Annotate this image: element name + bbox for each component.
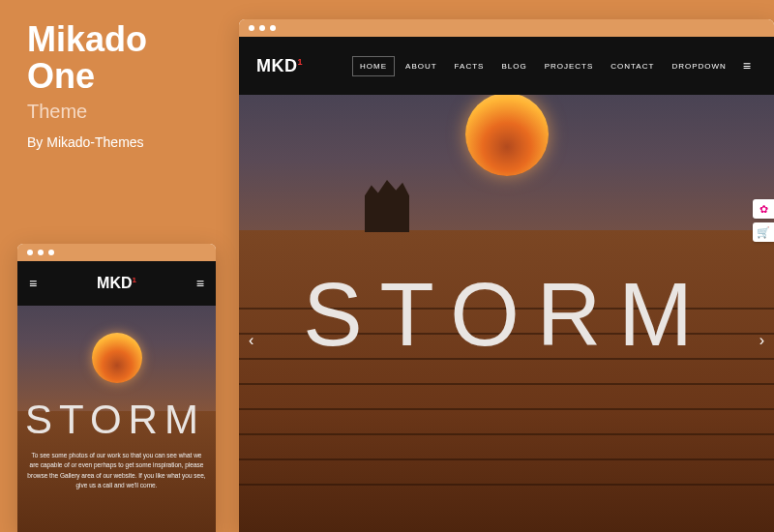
hamburger-icon[interactable]: ≡ bbox=[29, 276, 37, 291]
side-badge-stack: ✿ 🛒 bbox=[753, 199, 774, 242]
theme-name-line1: Mikado bbox=[27, 19, 147, 59]
window-dot bbox=[259, 25, 265, 31]
desktop-preview-window: MKD1 HOME ABOUT FACTS BLOG PROJECTS CONT… bbox=[239, 19, 774, 532]
browser-titlebar bbox=[17, 244, 216, 261]
window-dot bbox=[48, 250, 54, 255]
desktop-viewport: MKD1 HOME ABOUT FACTS BLOG PROJECTS CONT… bbox=[239, 37, 774, 532]
nav-item-blog[interactable]: BLOG bbox=[494, 57, 533, 75]
cart-icon: 🛒 bbox=[757, 226, 770, 239]
window-dot bbox=[270, 25, 276, 31]
theme-byline: By Mikado-Themes bbox=[27, 134, 147, 150]
nav-item-dropdown[interactable]: DROPDOWN bbox=[665, 57, 732, 75]
hamburger-icon[interactable]: ≡ bbox=[196, 276, 204, 291]
logo-text: MKD bbox=[97, 275, 132, 291]
theme-title-block: Mikado One Theme By Mikado-Themes bbox=[27, 21, 147, 150]
chevron-right-icon: › bbox=[759, 332, 764, 348]
site-logo[interactable]: MKD1 bbox=[97, 275, 136, 292]
mobile-viewport: ≡ MKD1 ≡ STORM To see some photos of our… bbox=[17, 261, 216, 532]
window-dot bbox=[27, 250, 33, 255]
hero-headline: STORM bbox=[25, 397, 205, 443]
browser-titlebar bbox=[239, 19, 774, 37]
desktop-navbar: MKD1 HOME ABOUT FACTS BLOG PROJECTS CONT… bbox=[239, 37, 774, 95]
settings-badge[interactable]: ✿ bbox=[753, 199, 774, 219]
mobile-preview-window: ≡ MKD1 ≡ STORM To see some photos of our… bbox=[17, 244, 216, 532]
chevron-left-icon: ‹ bbox=[249, 332, 253, 348]
theme-name: Mikado One bbox=[27, 21, 147, 95]
nav-item-facts[interactable]: FACTS bbox=[448, 57, 491, 75]
window-dot bbox=[38, 250, 44, 255]
slider-prev-button[interactable]: ‹ bbox=[249, 332, 253, 349]
nav-item-about[interactable]: ABOUT bbox=[399, 57, 444, 75]
theme-subtitle: Theme bbox=[27, 101, 147, 123]
cart-badge[interactable]: 🛒 bbox=[753, 222, 774, 242]
hamburger-icon[interactable]: ≡ bbox=[737, 54, 757, 77]
mobile-navbar: ≡ MKD1 ≡ bbox=[17, 261, 216, 306]
nav-item-home[interactable]: HOME bbox=[352, 56, 395, 76]
hero-headline: STORM bbox=[303, 264, 710, 366]
site-logo[interactable]: MKD1 bbox=[256, 56, 303, 76]
hero-sun bbox=[465, 93, 549, 176]
theme-name-line2: One bbox=[27, 56, 95, 96]
window-dot bbox=[249, 25, 254, 31]
hero-sun bbox=[92, 333, 142, 383]
gear-icon: ✿ bbox=[759, 203, 768, 216]
logo-text: MKD bbox=[256, 56, 298, 75]
nav-menu: HOME ABOUT FACTS BLOG PROJECTS CONTACT D… bbox=[352, 54, 757, 77]
nav-item-projects[interactable]: PROJECTS bbox=[538, 57, 601, 75]
hero-blurb: To see some photos of our work so that y… bbox=[27, 451, 206, 491]
nav-item-contact[interactable]: CONTACT bbox=[604, 57, 661, 75]
slider-next-button[interactable]: › bbox=[759, 332, 764, 349]
hero-ruin bbox=[365, 180, 409, 232]
